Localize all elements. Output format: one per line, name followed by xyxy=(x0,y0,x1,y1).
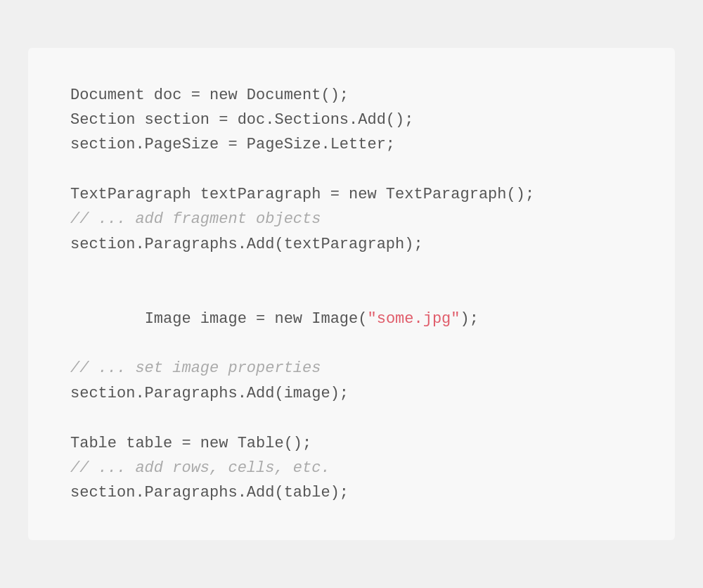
code-line-1: Document doc = new Document(); xyxy=(70,83,633,108)
code-line-6: section.Paragraphs.Add(textParagraph); xyxy=(70,232,633,257)
code-line-9: section.Paragraphs.Add(image); xyxy=(70,381,633,406)
code-line-2: Section section = doc.Sections.Add(); xyxy=(70,108,633,132)
code-line-7: Image image = new Image("some.jpg"); xyxy=(70,282,633,357)
code-line-7-after: ); xyxy=(460,310,479,328)
code-block: Document doc = new Document(); Section s… xyxy=(70,83,633,506)
code-group-table: Table table = new Table(); // ... add ro… xyxy=(70,431,633,506)
code-line-8: // ... set image properties xyxy=(70,356,633,381)
code-line-4: TextParagraph textParagraph = new TextPa… xyxy=(70,182,633,207)
code-group-paragraph: TextParagraph textParagraph = new TextPa… xyxy=(70,182,633,257)
code-line-10: Table table = new Table(); xyxy=(70,431,633,456)
code-line-7-before: Image image = new Image( xyxy=(145,310,368,328)
code-line-11: // ... add rows, cells, etc. xyxy=(70,456,633,480)
code-group-document: Document doc = new Document(); Section s… xyxy=(70,83,633,158)
code-line-5: // ... add fragment objects xyxy=(70,207,633,231)
code-line-3: section.PageSize = PageSize.Letter; xyxy=(70,132,633,157)
code-line-12: section.Paragraphs.Add(table); xyxy=(70,480,633,505)
code-container: Document doc = new Document(); Section s… xyxy=(28,48,675,541)
code-group-image: Image image = new Image("some.jpg"); // … xyxy=(70,282,633,406)
code-line-7-string: "some.jpg" xyxy=(367,310,460,328)
